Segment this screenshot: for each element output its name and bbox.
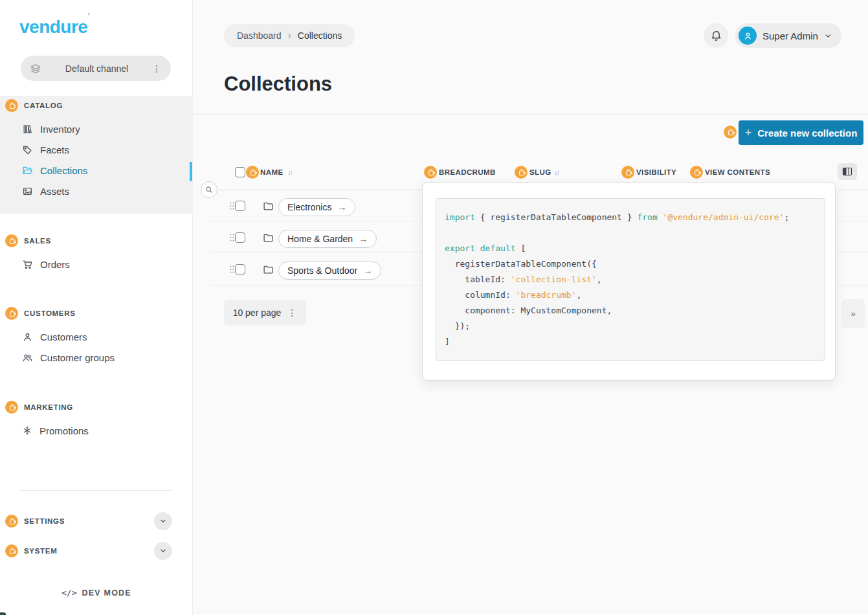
- dev-mode-badge-icon[interactable]: [5, 234, 18, 247]
- app-window: vendure’ Default channel ⋮ CATALOG Inven…: [0, 0, 868, 615]
- user-icon: [22, 331, 33, 342]
- sidebar-section-marketing: MARKETING: [0, 400, 193, 414]
- sidebar-item-label: Customers: [40, 331, 87, 342]
- sidebar-section-system[interactable]: SYSTEM: [0, 544, 193, 558]
- kebab-icon: ⋮: [287, 308, 297, 318]
- asterisk-icon: [22, 425, 32, 436]
- expand-system-button[interactable]: [154, 542, 172, 560]
- dev-mode-badge-icon[interactable]: [424, 166, 437, 179]
- search-icon: [205, 185, 214, 194]
- sidebar-section-settings[interactable]: SETTINGS: [0, 514, 193, 528]
- sidebar-item-assets[interactable]: Assets: [0, 181, 193, 201]
- items-per-page-select[interactable]: 10 per page ⋮: [224, 300, 306, 326]
- column-header-visibility[interactable]: VISIBILITY: [636, 168, 676, 176]
- dev-mode-badge-icon[interactable]: [5, 307, 18, 320]
- column-picker-button[interactable]: [838, 163, 857, 180]
- code-line: tableId: 'collection-list',: [445, 272, 818, 287]
- column-header-breadcrumb[interactable]: BREADCRUMB: [439, 168, 496, 176]
- sort-icon[interactable]: ↓↑: [554, 168, 559, 176]
- dev-mode-badge-icon[interactable]: [5, 515, 18, 528]
- dev-mode-label: DEV MODE: [82, 588, 131, 598]
- column-header-view-contents[interactable]: VIEW CONTENTS: [705, 168, 770, 176]
- dev-mode-badge-icon[interactable]: [724, 126, 737, 139]
- dev-mode-badge-icon[interactable]: [5, 544, 18, 557]
- sidebar: vendure’ Default channel ⋮ CATALOG Inven…: [0, 0, 193, 615]
- notifications-button[interactable]: [704, 23, 728, 48]
- arrow-right-icon: →: [359, 234, 368, 244]
- folder-open-icon: [22, 165, 33, 176]
- drag-handle[interactable]: [229, 265, 235, 274]
- sidebar-item-collections[interactable]: Collections: [0, 160, 193, 181]
- dev-mode-badge-icon[interactable]: [246, 166, 259, 179]
- channel-selector[interactable]: Default channel ⋮: [21, 56, 171, 81]
- sidebar-item-orders[interactable]: Orders: [0, 254, 193, 274]
- last-page-button[interactable]: »: [841, 299, 865, 328]
- sort-icon[interactable]: ↓↑: [287, 168, 292, 176]
- breadcrumb-current: Collections: [298, 30, 342, 41]
- collection-link-chip[interactable]: Electronics →: [278, 198, 355, 216]
- avatar: [739, 27, 757, 45]
- collection-link-chip[interactable]: Sports & Outdoor →: [278, 262, 381, 280]
- select-all-checkbox[interactable]: [235, 167, 245, 177]
- sidebar-item-inventory[interactable]: Inventory: [0, 118, 193, 139]
- collection-name: Home & Garden: [287, 234, 353, 244]
- dev-mode-badge-icon[interactable]: [621, 166, 634, 179]
- sidebar-item-label: Customer groups: [40, 352, 115, 363]
- section-label: SYSTEM: [24, 547, 58, 555]
- collection-name: Electronics: [287, 202, 331, 212]
- create-button-label: Create new collection: [757, 128, 857, 139]
- collection-link-chip[interactable]: Home & Garden →: [278, 230, 377, 248]
- column-header-name[interactable]: NAME: [260, 168, 283, 176]
- sidebar-item-customer-groups[interactable]: Customer groups: [0, 347, 193, 368]
- sidebar-item-facets[interactable]: Facets: [0, 139, 193, 160]
- dev-mode-toggle[interactable]: </> DEV MODE: [0, 588, 193, 598]
- section-label: CUSTOMERS: [24, 309, 76, 317]
- user-menu[interactable]: Super Admin: [735, 23, 841, 48]
- code-block: import { registerDataTableComponent } fr…: [436, 198, 825, 361]
- code-line: import { registerDataTableComponent } fr…: [445, 210, 818, 225]
- code-line: columnId: 'breadcrumb',: [445, 287, 818, 303]
- column-header-slug[interactable]: SLUG: [529, 168, 551, 176]
- breadcrumb-dashboard[interactable]: Dashboard: [237, 30, 282, 41]
- users-icon: [22, 352, 33, 363]
- code-line: registerDataTableComponent({: [445, 256, 818, 272]
- section-label: SALES: [24, 237, 51, 245]
- row-checkbox[interactable]: [235, 201, 245, 211]
- sidebar-section-customers: CUSTOMERS: [0, 306, 193, 320]
- create-new-collection-button[interactable]: + Create new collection: [739, 120, 863, 145]
- image-icon: [22, 186, 33, 197]
- code-line: [445, 225, 818, 241]
- channel-kebab-icon[interactable]: ⋮: [152, 63, 162, 74]
- dev-mode-badge-icon[interactable]: [690, 166, 703, 179]
- plus-icon: +: [745, 126, 752, 140]
- double-chevron-right-icon: »: [851, 309, 855, 319]
- sidebar-item-promotions[interactable]: Promotions: [0, 420, 193, 441]
- collection-name: Sports & Outdoor: [287, 265, 357, 276]
- vendure-logo[interactable]: vendure’: [19, 17, 89, 38]
- channel-label: Default channel: [65, 63, 128, 74]
- dev-mode-badge-icon[interactable]: [5, 401, 18, 414]
- columns-icon: [842, 167, 852, 176]
- expand-settings-button[interactable]: [154, 512, 172, 530]
- dev-mode-badge-icon[interactable]: [5, 99, 18, 112]
- code-line: ]: [445, 334, 818, 350]
- sidebar-item-label: Facets: [40, 144, 69, 155]
- sidebar-item-label: Orders: [40, 259, 70, 270]
- drag-handle[interactable]: [229, 201, 235, 210]
- arrow-right-icon: →: [337, 202, 346, 212]
- dev-mode-badge-icon[interactable]: [515, 166, 528, 179]
- screen-edge-artifact: [0, 612, 6, 615]
- layers-icon: [30, 63, 41, 74]
- sidebar-item-customers[interactable]: Customers: [0, 326, 193, 347]
- row-checkbox[interactable]: [235, 264, 245, 274]
- library-icon: [22, 124, 33, 135]
- sidebar-item-label: Collections: [40, 165, 87, 176]
- drag-handle[interactable]: [229, 233, 235, 242]
- row-checkbox[interactable]: [235, 232, 245, 243]
- page-title: Collections: [224, 73, 332, 96]
- folder-icon: [263, 264, 274, 275]
- main-content: Dashboard › Collections Super Admin Coll…: [193, 0, 868, 615]
- expand-search-button[interactable]: [201, 181, 217, 198]
- tag-icon: [22, 144, 33, 155]
- per-page-label: 10 per page: [233, 308, 282, 318]
